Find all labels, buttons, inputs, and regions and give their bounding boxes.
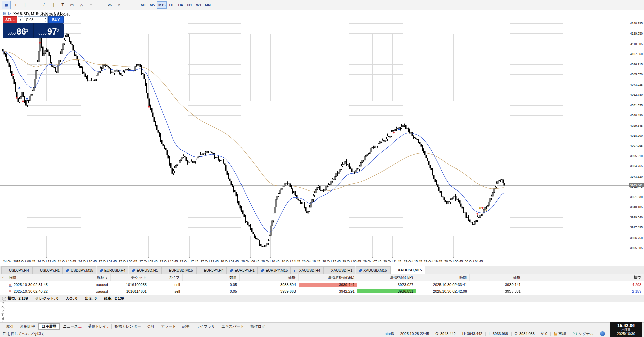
chart-tab-USDJPY,H4[interactable]: USDJPY,H4 — [1, 266, 32, 274]
chart-tab-EURUSD,M15[interactable]: EURUSD,M15 — [161, 266, 196, 274]
price-chart[interactable] — [0, 10, 629, 257]
price-tick: 3995.910 — [630, 154, 643, 158]
timeframe-h4[interactable]: H4 — [176, 1, 185, 9]
toolbox-tab-エキスパート[interactable]: エキスパート — [218, 324, 247, 329]
column-header[interactable]: 時間 — [416, 274, 470, 281]
chart-tab-XAUUSD,H1[interactable]: XAUUSD,H1 — [323, 266, 355, 274]
toolbox-panel: ×時間銘柄▲チケットタイプ数量価格決済逆指値(S/L)決済指値(T/P)時間価格… — [0, 274, 644, 322]
column-header[interactable]: チケット — [111, 274, 149, 281]
column-header[interactable]: 価格 — [470, 274, 523, 281]
trendline-icon[interactable]: / — [40, 1, 48, 9]
price-tick: 4085.070 — [630, 73, 643, 76]
chart-tab-EURUSD,H1[interactable]: EURUSD,H1 — [129, 266, 161, 274]
chart-tab-XAUUSD,M15[interactable]: XAUUSD,M15 — [356, 266, 390, 274]
volume-field[interactable]: 0.05 ▴▾ — [24, 16, 48, 23]
ok-stamp-icon[interactable]: OK — [105, 1, 114, 9]
ohlcv-readout: O: 3943.442H: 3943.442L: 3933.968C: 3934… — [435, 332, 554, 336]
signals-status[interactable]: シグナル — [572, 331, 594, 336]
price-tick: 4107.360 — [630, 52, 643, 56]
time-axis[interactable]: 24 Oct 202524 Oct 08:4524 Oct 12:4524 Oc… — [0, 257, 629, 266]
buy-price[interactable]: 3963973 — [34, 23, 64, 38]
toolbox-tab-ニュース[interactable]: ニュース99 — [60, 324, 85, 329]
close-toolbox-icon[interactable]: × — [0, 274, 6, 281]
toolbox-tab-操作ログ[interactable]: 操作ログ — [247, 324, 268, 329]
time-tick: 27 Oct 01:45 — [99, 259, 117, 263]
volume-up-icon[interactable]: ▴ — [43, 17, 47, 20]
toolbox-tab-運用比率[interactable]: 運用比率 — [17, 324, 38, 329]
toolbox-tab-記事[interactable]: 記事 — [179, 324, 193, 329]
account-name[interactable]: atari3 — [385, 332, 394, 336]
column-header[interactable]: 価格 — [240, 274, 299, 281]
more-objects-icon[interactable]: ⋯ — [124, 1, 133, 9]
column-header[interactable]: タイプ — [149, 274, 183, 281]
community-icon[interactable] — [600, 331, 605, 336]
price-tick: 4040.490 — [630, 114, 643, 117]
summary-item: 入金: 0 — [66, 296, 77, 301]
price-scale[interactable]: 4140.7954129.6504118.5054107.3604096.215… — [629, 10, 644, 257]
toolbox-tab-取引[interactable]: 取引 — [3, 324, 17, 329]
price-tick: 3917.895 — [630, 226, 643, 229]
text-label-icon[interactable]: T — [58, 1, 67, 9]
column-header[interactable]: 銘柄▲ — [65, 274, 111, 281]
chart-tab-USDJPY,M15[interactable]: USDJPY,M15 — [63, 266, 96, 274]
fibonacci-icon[interactable]: ≡ — [87, 1, 95, 9]
candlestick-mode-icon[interactable]: ▦ — [2, 1, 11, 9]
chart-tab-XAUUSD,M15[interactable]: XAUUSD,M15 — [390, 266, 425, 274]
volume-dropdown-icon[interactable]: ▾ — [18, 16, 23, 23]
chart-tab-USDJPY,H1[interactable]: USDJPY,H1 — [32, 266, 63, 274]
sort-asc-icon: ▲ — [105, 277, 108, 279]
chart-tab-icon — [230, 269, 233, 272]
timeframe-m5[interactable]: M5 — [148, 1, 157, 9]
toolbox-tab-口座履歴[interactable]: 口座履歴 — [38, 323, 60, 330]
column-header[interactable]: 決済指値(T/P) — [357, 274, 416, 281]
toolbox-tab-アラート[interactable]: アラート — [158, 324, 179, 329]
mt5-window: ▦+|—/∥T▭△≡~OK○⋯ M1M5M15H1H4D1W1MN XAUUSD… — [0, 0, 644, 337]
history-deal-row[interactable]: 2025.10.30 02:40:22xauusd1016114601sell0… — [0, 288, 644, 295]
timeframe-m15[interactable]: M15 — [157, 1, 167, 9]
timeframe-m1[interactable]: M1 — [139, 1, 148, 9]
price-tick: 3929.040 — [630, 216, 643, 219]
toolbox-tab-指標カレンダー[interactable]: 指標カレンダー — [112, 324, 144, 329]
horizontal-line-icon[interactable]: — — [30, 1, 39, 9]
chart-tab-EURUSD,H4[interactable]: EURUSD,H4 — [97, 266, 129, 274]
timeframe-d1[interactable]: D1 — [185, 1, 194, 9]
deal-close-price: 3936.831 — [470, 289, 523, 293]
cycle-lines-icon[interactable]: ~ — [96, 1, 105, 9]
column-header[interactable]: 決済逆指値(S/L) — [299, 274, 357, 281]
timeframe-h1[interactable]: H1 — [167, 1, 176, 9]
sell-price[interactable]: 3963861 — [3, 23, 34, 38]
toolbox-tab-ライブラリ[interactable]: ライブラリ — [193, 324, 218, 329]
timeframe-mn[interactable]: MN — [203, 1, 212, 9]
chart-tab-EURJPY,H4[interactable]: EURJPY,H4 — [196, 266, 227, 274]
rectangle-icon[interactable]: ▭ — [68, 1, 76, 9]
chart-tab-EURJPY,H1[interactable]: EURJPY,H1 — [227, 266, 258, 274]
column-header[interactable]: 数量 — [183, 274, 240, 281]
chart-tab-icon — [359, 269, 362, 272]
equidistant-channel-icon[interactable]: ∥ — [49, 1, 58, 9]
history-deal-row[interactable]: 2025.10.30 02:31:45xauusd1016100255sell0… — [0, 281, 644, 288]
vertical-line-icon[interactable]: | — [21, 1, 30, 9]
time-tick: 27 Oct 05:45 — [119, 259, 137, 263]
depth-of-market-icon[interactable] — [3, 12, 7, 15]
toolbox-tab-会社[interactable]: 会社 — [144, 324, 158, 329]
crosshair-icon[interactable]: + — [11, 1, 20, 9]
chart-tab-icon — [66, 269, 69, 272]
chart-tab-EURJPY,M15[interactable]: EURJPY,M15 — [258, 266, 291, 274]
triangle-icon[interactable]: △ — [77, 1, 86, 9]
sell-button[interactable]: SELL — [3, 16, 17, 23]
buy-button[interactable]: BUY — [48, 16, 64, 23]
timeframe-w1[interactable]: W1 — [194, 1, 203, 9]
ohlcv-item: V: 0 — [541, 332, 547, 336]
toolbox-tab-受信トレイ[interactable]: 受信トレイ7 — [85, 324, 111, 329]
market-status[interactable]: 市場 — [554, 331, 566, 336]
candle-time: 2025.10.28 22:45 — [400, 332, 429, 336]
ellipse-icon[interactable]: ○ — [115, 1, 123, 9]
column-header[interactable]: 時間 — [6, 274, 65, 281]
volume-down-icon[interactable]: ▾ — [43, 20, 47, 23]
column-header[interactable]: 損益 — [523, 274, 644, 281]
price-tick: 4051.635 — [630, 104, 643, 107]
chart-tab-icon — [294, 269, 298, 272]
one-click-trading-icon[interactable] — [8, 12, 12, 15]
clock-date: 2025/10/30 — [610, 332, 642, 336]
chart-tab-XAUUSD,H4[interactable]: XAUUSD,H4 — [291, 266, 323, 274]
